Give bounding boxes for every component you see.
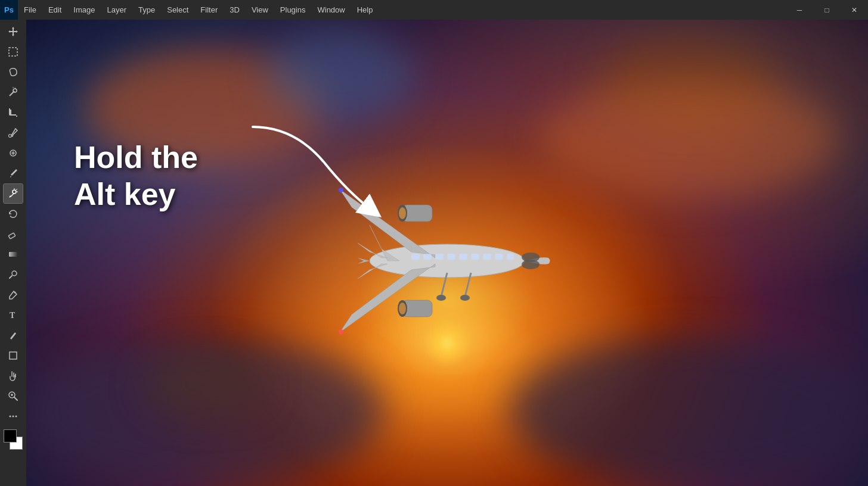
- svg-point-2: [13, 89, 17, 92]
- svg-text:T: T: [10, 311, 16, 320]
- more-tools-button[interactable]: [4, 407, 23, 426]
- cloud-bottom-mid: [145, 355, 265, 415]
- svg-rect-14: [9, 252, 17, 257]
- pen-tool[interactable]: [4, 285, 23, 304]
- svg-point-24: [10, 416, 11, 418]
- svg-rect-52: [507, 254, 514, 260]
- svg-rect-45: [423, 254, 432, 260]
- menubar: File Edit Image Layer Type Select Filter…: [18, 0, 786, 20]
- svg-line-21: [14, 397, 17, 400]
- titlebar: Ps File Edit Image Layer Type Select Fil…: [0, 0, 868, 20]
- svg-point-17: [14, 292, 16, 294]
- svg-point-29: [522, 260, 540, 269]
- close-button[interactable]: ✕: [841, 0, 868, 20]
- svg-rect-47: [447, 254, 455, 260]
- svg-point-9: [13, 190, 16, 194]
- menu-type[interactable]: Type: [132, 0, 161, 20]
- svg-rect-49: [471, 254, 479, 260]
- shape-tool[interactable]: [4, 346, 23, 365]
- eraser-tool[interactable]: [4, 225, 23, 244]
- svg-point-26: [16, 416, 17, 418]
- svg-point-43: [339, 188, 343, 192]
- color-swatches-area: [0, 429, 26, 459]
- dodge-tool[interactable]: [4, 265, 23, 284]
- menu-window[interactable]: Window: [311, 0, 351, 20]
- canvas-area[interactable]: Hold the Alt key: [26, 20, 868, 486]
- svg-point-25: [13, 416, 14, 418]
- history-brush-tool[interactable]: [4, 204, 23, 223]
- menu-plugins[interactable]: Plugins: [274, 0, 312, 20]
- ps-logo-text: Ps: [4, 5, 14, 14]
- gradient-tool[interactable]: [4, 245, 23, 264]
- minimize-button[interactable]: ─: [786, 0, 813, 20]
- canvas-background: Hold the Alt key: [26, 20, 868, 486]
- airplane-image: [268, 157, 626, 367]
- hand-tool[interactable]: [4, 366, 23, 385]
- svg-line-11: [16, 189, 17, 190]
- crop-tool[interactable]: [4, 103, 23, 122]
- svg-point-15: [12, 271, 17, 276]
- foreground-color-swatch[interactable]: [4, 429, 17, 443]
- menu-edit[interactable]: Edit: [42, 0, 67, 20]
- svg-rect-46: [435, 254, 444, 260]
- magic-wand-tool[interactable]: [4, 83, 23, 102]
- svg-line-16: [10, 276, 12, 278]
- menu-file[interactable]: File: [18, 0, 42, 20]
- menu-filter[interactable]: Filter: [194, 0, 224, 20]
- svg-point-42: [339, 329, 343, 334]
- eyedropper-tool[interactable]: [4, 123, 23, 142]
- svg-rect-19: [10, 352, 17, 359]
- menu-help[interactable]: Help: [351, 0, 379, 20]
- main-area: T: [0, 20, 868, 486]
- svg-rect-44: [411, 254, 420, 260]
- svg-rect-0: [9, 48, 17, 56]
- path-selection-tool[interactable]: [4, 326, 23, 345]
- move-tool[interactable]: [4, 22, 23, 41]
- annotation-line2: Alt key: [74, 176, 198, 213]
- svg-rect-13: [8, 233, 16, 239]
- healing-brush-tool[interactable]: [4, 144, 23, 163]
- zoom-tool[interactable]: [4, 387, 23, 406]
- menu-layer[interactable]: Layer: [101, 0, 133, 20]
- menu-3d[interactable]: 3D: [224, 0, 246, 20]
- clone-stamp-tool[interactable]: [4, 184, 23, 203]
- svg-point-39: [436, 295, 446, 301]
- menu-select[interactable]: Select: [161, 0, 194, 20]
- left-toolbar: T: [0, 20, 26, 486]
- app-logo: Ps: [0, 0, 18, 20]
- svg-rect-48: [459, 254, 467, 260]
- cloud-blue-mid: [265, 32, 414, 121]
- maximize-button[interactable]: □: [813, 0, 841, 20]
- svg-point-37: [399, 207, 406, 219]
- lasso-tool[interactable]: [4, 63, 23, 82]
- menu-view[interactable]: View: [246, 0, 274, 20]
- text-tool[interactable]: T: [4, 306, 23, 325]
- menu-image[interactable]: Image: [67, 0, 101, 20]
- window-controls: ─ □ ✕: [786, 0, 868, 20]
- svg-point-41: [460, 295, 470, 301]
- svg-rect-51: [495, 254, 503, 260]
- marquee-tool[interactable]: [4, 42, 23, 61]
- svg-point-36: [399, 303, 406, 314]
- brush-tool[interactable]: [4, 164, 23, 183]
- svg-rect-50: [483, 254, 491, 260]
